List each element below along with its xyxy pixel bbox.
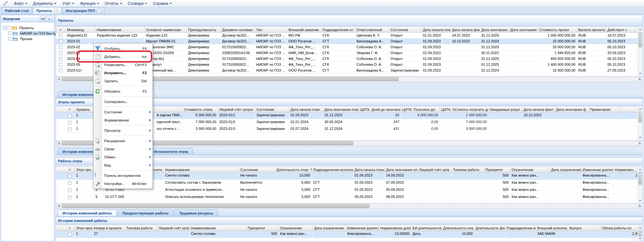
window-tab-Рабочий стол[interactable]: Рабочий стол	[2, 7, 32, 14]
collapse-icon[interactable]: «	[46, 16, 52, 21]
row-checkbox[interactable]	[68, 181, 72, 185]
column-header[interactable]: Внешний заказчик	[287, 27, 321, 32]
scroll-left-icon[interactable]	[56, 77, 61, 81]
column-header[interactable]: Типовая работа	[125, 225, 157, 231]
select-all-column-header[interactable]: ✓	[65, 167, 75, 172]
scroll-up-icon[interactable]	[638, 225, 642, 230]
tree-checkbox[interactable]	[8, 37, 12, 40]
context-menu-item[interactable]: Просмотр	[94, 126, 153, 134]
column-header[interactable]: Объём работы пл	[601, 225, 643, 231]
column-header[interactable]: Приоритет	[246, 225, 279, 231]
tree-node[interactable]: Прочее	[1, 36, 54, 41]
row-checkbox[interactable]	[68, 189, 72, 192]
column-header[interactable]: Принадлежность	[187, 27, 221, 32]
column-header[interactable]: Подразделение-от	[321, 27, 355, 32]
column-header[interactable]: Выпуск	[568, 225, 601, 231]
menubar-item-Отчёты[interactable]: Отчёты	[102, 0, 125, 7]
tree-node[interactable]: НИОКР по ГОЗ без НДС	[1, 30, 54, 36]
select-all-column-header[interactable]: ✓	[65, 107, 75, 112]
column-header[interactable]: Этап проекта	[75, 225, 93, 231]
scroll-down-icon[interactable]	[638, 198, 642, 203]
column-header[interactable]: Ожидаемые резул	[488, 107, 522, 112]
column-header[interactable]: Дата начала факт.	[451, 27, 480, 32]
column-header[interactable]: Наименование	[164, 167, 239, 172]
context-menu-item[interactable]: ОбновитьF5	[94, 87, 153, 95]
menubar-item-Словари[interactable]: Словари	[125, 0, 150, 7]
close-icon[interactable]: ×	[97, 9, 101, 13]
table-row[interactable]: Изделие123Разработка изделия 123Изделие-…	[56, 33, 642, 39]
tab-Предшествующие работы[interactable]: Предшествующие работы	[118, 210, 173, 216]
scroll-right-icon[interactable]	[637, 141, 642, 145]
scrollbar-thumb[interactable]	[62, 204, 369, 208]
tab-Трудовые ресурсы[interactable]: Трудовые ресурсы	[174, 210, 218, 216]
column-header[interactable]: Тип	[255, 27, 287, 32]
scrollbar-thumb[interactable]	[638, 172, 642, 185]
column-header[interactable]: Примечание	[589, 107, 621, 112]
column-header[interactable]: Документ-основан	[221, 27, 255, 32]
column-header[interactable]: Лицевой счёт затрат.	[218, 107, 255, 112]
row-checkbox[interactable]	[68, 174, 72, 178]
column-header[interactable]: Дата окончания ф	[509, 27, 538, 32]
scroll-down-icon[interactable]	[638, 135, 642, 140]
scroll-down-icon[interactable]	[638, 71, 642, 76]
column-header[interactable]: Длительность пла	[442, 225, 474, 231]
column-header[interactable]: Ограничение	[279, 225, 313, 231]
column-header[interactable]: Стоимость этапа	[183, 107, 218, 112]
row-checkbox[interactable]	[68, 114, 72, 118]
context-menu-item[interactable]: Вид	[94, 161, 153, 169]
row-checkbox[interactable]	[59, 57, 62, 61]
table-row[interactable]: 127Синтез сплава500Как можно ран...Фикси…	[56, 231, 642, 238]
column-header[interactable]: Наименование	[190, 225, 246, 231]
column-header[interactable]: Дата начала план.	[353, 167, 385, 172]
column-header[interactable]: Нормативная длит	[379, 225, 411, 231]
row-checkbox[interactable]	[59, 45, 62, 49]
column-header[interactable]: Стоимость проект	[538, 27, 577, 32]
window-tab-Инструкции ПУП[interactable]: Инструкции ПУП×	[62, 7, 105, 14]
column-header[interactable]: Ограничение	[510, 167, 550, 172]
menubar-item-Функции[interactable]: Функции	[77, 0, 102, 7]
context-menu-item[interactable]: Панель инструментов	[94, 171, 153, 179]
context-menu-item[interactable]: Формирование	[94, 116, 153, 124]
column-header[interactable]: ЦИТК. Дней до окончания	[359, 107, 401, 112]
column-header[interactable]: Дата окончания план.	[385, 167, 418, 172]
column-header[interactable]	[155, 107, 183, 112]
column-header[interactable]: Лицевой счёт затр	[418, 167, 452, 172]
column-header[interactable]: Дата ограничения	[550, 167, 581, 172]
column-header[interactable]: Изменение длител	[346, 225, 379, 231]
tab-История изменений работы[interactable]: История изменений работы	[58, 210, 117, 216]
row-checkbox[interactable]	[59, 34, 62, 37]
scrollbar-thumb[interactable]	[638, 111, 642, 122]
column-header[interactable]: Уровень	[75, 107, 95, 112]
column-header[interactable]: Изменение длител	[581, 167, 614, 172]
column-header[interactable]: Дата окончания п	[480, 27, 509, 32]
context-menu-item[interactable]: Обмен	[94, 153, 153, 161]
scrollbar-thumb[interactable]	[638, 32, 642, 47]
context-menu-item[interactable]: Расширения	[94, 137, 153, 145]
window-tab-Проекты[interactable]: Проекты×	[33, 7, 62, 14]
scroll-down-icon[interactable]	[638, 236, 642, 241]
column-header[interactable]: ЦИТК. Получено д/с	[401, 107, 440, 112]
column-header[interactable]: Внешний исполни	[536, 225, 568, 231]
column-header[interactable]: Состояние	[239, 167, 275, 172]
table-row[interactable]: 1501-СГТ-005Описать используемую техноло…	[56, 194, 642, 201]
close-icon[interactable]: ×	[54, 9, 58, 13]
scroll-right-icon[interactable]	[637, 204, 642, 208]
column-header[interactable]: Дата окончания ф	[555, 107, 589, 112]
row-checkbox[interactable]	[59, 51, 62, 55]
context-menu-item[interactable]: Состояние	[94, 108, 153, 116]
scrollbar-thumb[interactable]	[638, 230, 642, 236]
context-menu-item[interactable]: Связи	[94, 145, 153, 153]
menubar-item-Учёт[interactable]: Учёт	[59, 0, 77, 7]
column-header[interactable]: Дата начала план	[289, 107, 323, 112]
column-header[interactable]: Дата начала факт	[522, 107, 555, 112]
scroll-up-icon[interactable]	[638, 107, 642, 111]
scroll-left-icon[interactable]	[56, 204, 61, 208]
select-all-column-header[interactable]: ✓	[56, 27, 66, 32]
row-checkbox[interactable]	[68, 121, 72, 124]
tree-checkbox[interactable]	[7, 26, 11, 29]
column-header[interactable]: Валюта проекта	[577, 27, 606, 32]
context-menu-item[interactable]: Настройки...Alt+Enter	[94, 179, 153, 188]
row-checkbox[interactable]	[59, 40, 62, 43]
column-header[interactable]: Подразделение-ис	[505, 225, 536, 231]
search-icon[interactable]	[40, 16, 46, 21]
